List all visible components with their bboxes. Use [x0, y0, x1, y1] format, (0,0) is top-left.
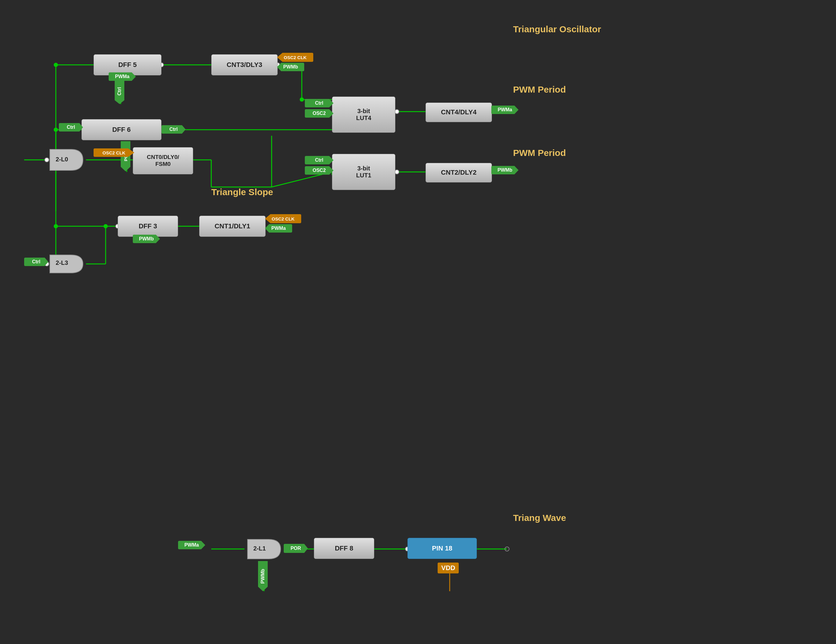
dff6-ctrl-input-badge: Ctrl [59, 123, 83, 132]
svg-point-23 [54, 127, 58, 132]
dff5-component: DFF 5 [93, 54, 162, 75]
dff6-component: DFF 6 [82, 119, 162, 140]
cnt2dly2-component: CNT2/DLY2 [426, 163, 492, 183]
dff8-component: DFF 8 [314, 538, 374, 559]
svg-point-22 [54, 63, 58, 67]
triangular-oscillator-title: Triangular Oscillator [513, 24, 601, 34]
svg-point-44 [395, 109, 399, 114]
dff6-ctrl-output-badge: Ctrl [162, 125, 186, 134]
lut1-osc2-badge: OSC2 [305, 166, 333, 174]
cnt3-osc2clk-badge: OSC2 CLK [277, 53, 313, 62]
svg-text:2-L0: 2-L0 [56, 156, 68, 163]
dff3-pwmb-badge: PWMb [133, 235, 160, 243]
gate-2l1-por-badge: POR [284, 544, 308, 553]
cnt2-pwmb-badge: PWMb [491, 166, 519, 174]
gate-2l1-pwma-badge: PWMa [178, 541, 205, 549]
svg-point-47 [505, 547, 509, 551]
vdd-badge: VDD [438, 562, 459, 574]
lut1-component: 3-bit LUT1 [332, 154, 395, 190]
gate-2l3: 2-L3 [47, 253, 86, 274]
cnt1dly1-component: CNT1/DLY1 [199, 216, 266, 237]
cnt1-osc2clk-badge: OSC2 CLK [265, 214, 301, 223]
svg-point-24 [54, 224, 58, 228]
dff3-component: DFF 3 [118, 216, 178, 237]
svg-point-45 [395, 170, 399, 174]
pwm-period-bottom-title: PWM Period [513, 148, 566, 158]
gate-2l3-ctrl-badge: Ctrl [24, 258, 48, 266]
cnt4-pwma-badge: PWMa [491, 106, 519, 114]
cnt1-pwma-badge: PWMa [265, 224, 292, 233]
pin18-component: PIN 18 [407, 538, 477, 559]
lut1-ctrl-badge: Ctrl [305, 156, 333, 165]
cnt0dly0fsm0-component: CNT0/DLY0/ FSM0 [133, 147, 193, 174]
svg-text:2-L1: 2-L1 [253, 545, 266, 552]
dff5-ctrl-badge: Ctrl [115, 78, 124, 104]
cnt3-pwmb-badge: PWMb [277, 63, 304, 71]
cnt0-osc2clk-badge: OSC2 CLK [93, 148, 134, 157]
gate-2l1: 2-L1 [245, 538, 284, 561]
lut4-osc2-badge: OSC2 [305, 109, 333, 117]
triangle-slope-title: Triangle Slope [211, 187, 273, 197]
cnt4dly4-component: CNT4/DLY4 [426, 103, 492, 122]
svg-text:2-L3: 2-L3 [56, 259, 68, 266]
gate-2l0: 2-L0 [47, 148, 86, 172]
lut4-ctrl-badge: Ctrl [305, 99, 333, 108]
lut4-component: 3-bit LUT4 [332, 96, 395, 133]
cnt3dly3-component: CNT3/DLY3 [211, 54, 278, 75]
gate-2l1-pwmb-badge: PWMb [258, 561, 268, 591]
triang-wave-title: Triang Wave [513, 513, 566, 523]
svg-point-29 [300, 98, 304, 102]
pwm-period-top-title: PWM Period [513, 85, 566, 95]
svg-point-21 [103, 224, 108, 228]
